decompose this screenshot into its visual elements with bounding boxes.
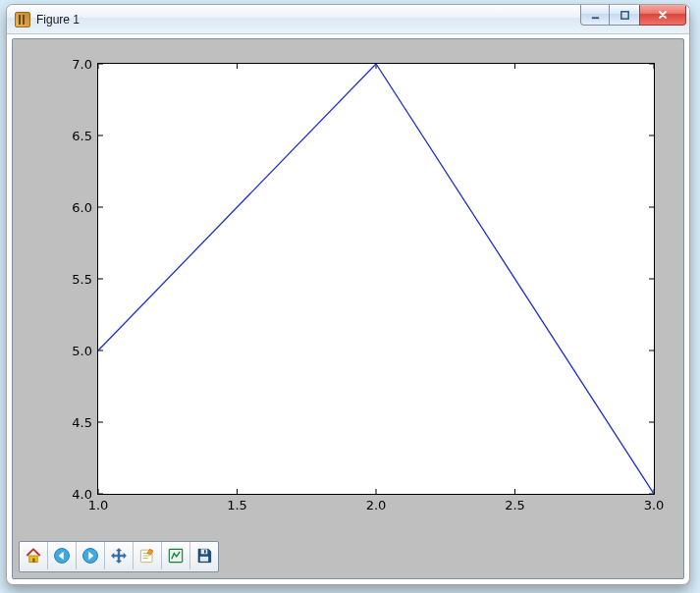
data-line (98, 64, 654, 494)
ytick-label: 5.0 (72, 344, 92, 358)
ytick-label: 6.5 (72, 129, 92, 143)
ytick-label: 5.5 (72, 272, 92, 287)
forward-button[interactable] (77, 542, 105, 569)
arrow-left-icon (52, 546, 72, 566)
zoom-icon (137, 546, 157, 566)
xtick-label: 2.5 (505, 498, 525, 512)
navigation-toolbar (19, 541, 219, 572)
svg-rect-34 (200, 557, 208, 562)
minimize-button[interactable] (580, 5, 610, 26)
subplots-button[interactable] (162, 542, 190, 569)
window-controls (581, 5, 686, 25)
figure-canvas[interactable]: 1.01.52.02.53.04.04.55.05.56.06.57.0 (12, 38, 684, 579)
ytick-label: 6.0 (72, 200, 92, 215)
home-icon (24, 546, 43, 566)
save-icon (194, 546, 214, 566)
zoom-button[interactable] (134, 542, 162, 569)
ytick-label: 4.5 (72, 415, 92, 430)
close-icon (657, 9, 669, 21)
home-button[interactable] (20, 542, 48, 569)
move-icon (109, 546, 129, 566)
xtick-label: 2.0 (366, 498, 387, 512)
app-icon (15, 12, 30, 27)
window-title: Figure 1 (36, 13, 80, 27)
svg-rect-1 (620, 11, 627, 18)
back-button[interactable] (48, 542, 77, 569)
close-button[interactable] (639, 5, 686, 26)
ytick-label: 7.0 (72, 57, 92, 72)
maximize-button[interactable] (609, 5, 640, 26)
titlebar[interactable]: Figure 1 (7, 5, 689, 34)
ytick-label: 4.0 (72, 487, 92, 502)
minimize-icon (590, 10, 601, 21)
maximize-icon (619, 10, 630, 21)
save-button[interactable] (190, 542, 218, 569)
svg-rect-33 (204, 550, 206, 553)
subplots-icon (166, 546, 186, 566)
xtick-label: 1.5 (227, 498, 247, 512)
svg-rect-27 (32, 559, 35, 563)
xtick-label: 3.0 (644, 498, 665, 512)
axes[interactable]: 1.01.52.02.53.04.04.55.05.56.06.57.0 (97, 63, 655, 495)
figure-window: Figure 1 (6, 4, 690, 585)
pan-button[interactable] (105, 542, 134, 569)
arrow-right-icon (81, 546, 100, 566)
svg-rect-0 (591, 17, 598, 19)
line-plot (98, 64, 654, 494)
